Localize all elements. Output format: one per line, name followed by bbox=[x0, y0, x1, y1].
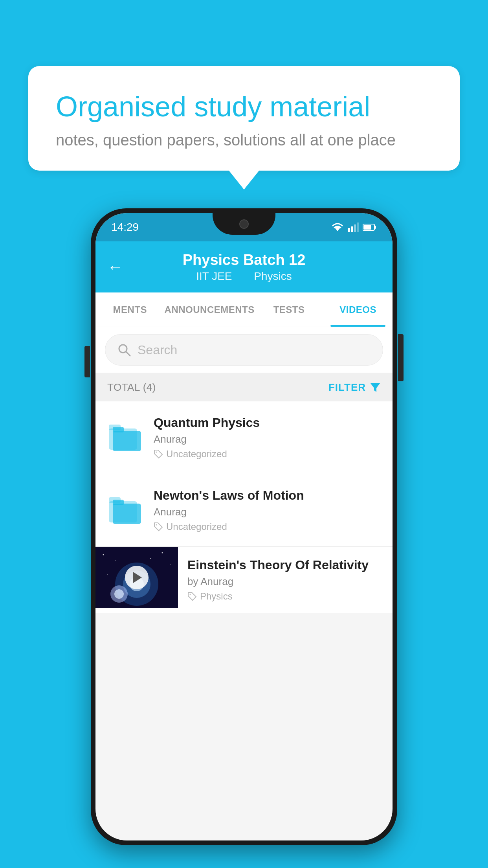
tag-label: Uncategorized bbox=[166, 449, 227, 460]
play-triangle bbox=[133, 572, 142, 583]
battery-icon bbox=[363, 223, 377, 231]
folder-icon bbox=[109, 496, 141, 525]
speech-bubble-card: Organised study material notes, question… bbox=[28, 66, 460, 171]
tag-icon bbox=[154, 449, 163, 459]
search-input[interactable]: Search bbox=[138, 343, 177, 357]
svg-point-20 bbox=[156, 524, 157, 526]
app-bar-title: Physics Batch 12 bbox=[183, 252, 306, 268]
tab-tests-label: TESTS bbox=[273, 304, 305, 315]
folder-icon-container bbox=[107, 493, 143, 528]
video-details: Einstein's Theory Of Relativity by Anura… bbox=[178, 547, 393, 613]
status-bar: 14:29 bbox=[95, 213, 393, 241]
wifi-icon bbox=[331, 223, 344, 232]
svg-point-15 bbox=[156, 452, 157, 453]
svg-rect-7 bbox=[363, 225, 371, 230]
svg-rect-2 bbox=[351, 226, 353, 232]
folder-icon bbox=[109, 423, 141, 452]
phone-screen: 14:29 bbox=[95, 213, 393, 840]
tag-icon bbox=[154, 522, 163, 531]
tab-tests[interactable]: TESTS bbox=[255, 292, 324, 327]
item-author: Anurag bbox=[154, 506, 381, 518]
app-bar: ← Physics Batch 12 IIT JEE Physics bbox=[95, 241, 393, 292]
svg-rect-6 bbox=[374, 226, 376, 229]
tag-label: Uncategorized bbox=[166, 521, 227, 532]
tag-label: Physics bbox=[200, 591, 233, 602]
filter-button[interactable]: FILTER bbox=[328, 381, 381, 394]
play-button-overlay bbox=[95, 547, 178, 608]
filter-label: FILTER bbox=[328, 381, 366, 394]
total-count: TOTAL (4) bbox=[107, 381, 156, 394]
video-tag: Physics bbox=[187, 591, 383, 602]
item-title: Quantum Physics bbox=[154, 416, 381, 430]
item-details: Quantum Physics Anurag Uncategorized bbox=[154, 416, 381, 460]
svg-marker-10 bbox=[371, 383, 380, 392]
video-thumbnail bbox=[95, 547, 178, 608]
tab-videos[interactable]: VIDEOS bbox=[323, 292, 393, 327]
svg-rect-1 bbox=[348, 228, 350, 232]
item-tag: Uncategorized bbox=[154, 521, 381, 532]
tab-ments-label: MENTS bbox=[113, 304, 147, 315]
svg-rect-19 bbox=[113, 500, 124, 505]
subtitle-part2: Physics bbox=[254, 270, 292, 282]
list-item-video[interactable]: Einstein's Theory Of Relativity by Anura… bbox=[95, 547, 393, 613]
camera bbox=[239, 219, 249, 229]
play-button[interactable] bbox=[125, 566, 149, 589]
speech-bubble-title: Organised study material bbox=[56, 90, 432, 123]
back-button[interactable]: ← bbox=[107, 258, 123, 276]
filter-bar: TOTAL (4) FILTER bbox=[95, 373, 393, 401]
list-item[interactable]: Quantum Physics Anurag Uncategorized bbox=[95, 401, 393, 474]
phone-frame: 14:29 bbox=[91, 208, 397, 845]
status-time: 14:29 bbox=[111, 221, 139, 234]
tab-ments[interactable]: MENTS bbox=[95, 292, 165, 327]
search-container: Search bbox=[95, 327, 393, 373]
search-box[interactable]: Search bbox=[105, 334, 383, 366]
video-title: Einstein's Theory Of Relativity bbox=[187, 558, 383, 572]
svg-rect-18 bbox=[113, 504, 141, 524]
tab-announcements[interactable]: ANNOUNCEMENTS bbox=[165, 292, 255, 327]
list-item[interactable]: Newton's Laws of Motion Anurag Uncategor… bbox=[95, 474, 393, 547]
speech-bubble-subtitle: notes, question papers, solutions all at… bbox=[56, 131, 432, 149]
phone-notch bbox=[213, 213, 275, 235]
svg-rect-14 bbox=[113, 427, 124, 432]
tab-bar: MENTS ANNOUNCEMENTS TESTS VIDEOS bbox=[95, 292, 393, 327]
signal-icon bbox=[348, 223, 359, 232]
tag-icon bbox=[187, 592, 197, 601]
video-author: by Anurag bbox=[187, 576, 383, 588]
svg-line-9 bbox=[126, 352, 130, 356]
search-icon bbox=[117, 343, 131, 357]
item-details: Newton's Laws of Motion Anurag Uncategor… bbox=[154, 488, 381, 532]
item-author: Anurag bbox=[154, 433, 381, 445]
item-title: Newton's Laws of Motion bbox=[154, 488, 381, 503]
svg-rect-4 bbox=[357, 223, 359, 232]
item-tag: Uncategorized bbox=[154, 449, 381, 460]
app-bar-subtitle: IIT JEE Physics bbox=[191, 270, 297, 283]
svg-rect-13 bbox=[113, 431, 141, 451]
subtitle-part1: IIT JEE bbox=[196, 270, 232, 282]
svg-marker-0 bbox=[334, 227, 341, 231]
folder-icon-container bbox=[107, 420, 143, 455]
svg-point-33 bbox=[190, 594, 191, 595]
svg-rect-3 bbox=[354, 224, 356, 232]
content-list: Quantum Physics Anurag Uncategorized bbox=[95, 401, 393, 613]
filter-icon bbox=[370, 382, 381, 393]
tab-videos-label: VIDEOS bbox=[339, 304, 376, 315]
status-icons bbox=[331, 223, 377, 232]
tab-announcements-label: ANNOUNCEMENTS bbox=[165, 304, 255, 315]
